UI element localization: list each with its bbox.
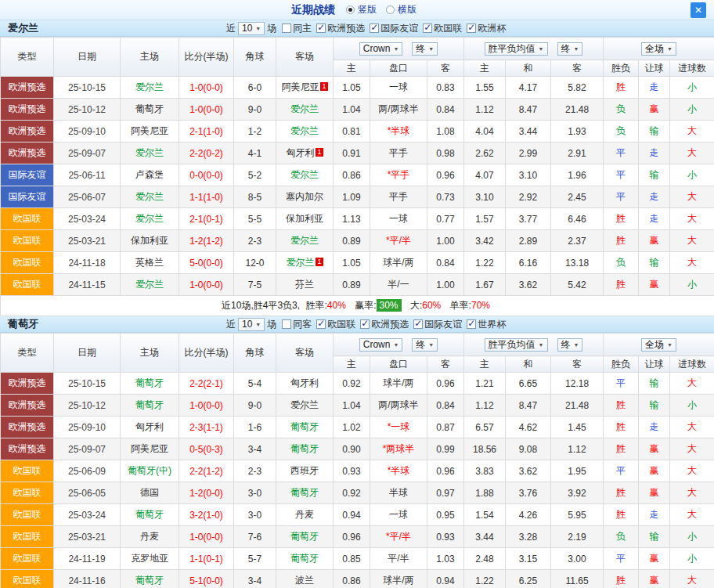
filter-item[interactable]: 国际友谊 [370,22,418,35]
away-team-cell: 波兰 [276,570,334,588]
odds-source-select[interactable]: Crown [359,42,403,56]
landscape-radio[interactable] [386,5,395,14]
corner-cell: 4-1 [234,142,276,164]
score-cell: 0-5(0-3) [179,438,234,460]
recent-results-panel: 近期战绩 竖版 横版 ✕ 爱尔兰 近 10 场 同主欧洲预选国际友谊欧国联欧洲杯… [0,0,714,588]
close-button[interactable]: ✕ [691,2,706,18]
col-avg-home: 主 [464,356,506,373]
filter-item[interactable]: 世界杯 [467,318,506,331]
avg-away-cell: 11.65 [551,570,604,588]
team-name: 匈牙利 [286,147,314,158]
checkbox-icon[interactable] [413,319,423,329]
corner-cell: 9-0 [234,395,276,417]
date-cell: 25-03-21 [54,230,121,252]
filter-item[interactable]: 欧国联 [423,22,462,35]
wdl-result-cell: 胜 [604,417,639,438]
filter-item[interactable]: 国际友谊 [413,318,462,331]
checkbox-icon[interactable] [467,23,476,33]
team-name: 保加利亚 [286,213,323,224]
avg-draw-cell: 4.26 [506,504,551,526]
avg-draw-cell: 4.17 [506,77,551,99]
checkbox-icon[interactable] [467,319,476,329]
team-name: 爱尔兰 [135,191,164,202]
col-odds-home: 主 [334,60,370,77]
date-cell: 25-10-15 [54,77,121,99]
league-cell: 欧洲预选 [1,438,54,460]
checkbox-icon[interactable] [282,319,291,329]
filter-label: 同主 [293,22,312,35]
portrait-radio-label[interactable]: 竖版 [358,3,377,16]
section-title: 爱尔兰 [8,21,38,35]
team-name: 葡萄牙 [135,377,164,388]
team-name: 爱尔兰 [135,213,164,224]
filter-item[interactable]: 欧国联 [316,318,355,331]
avg-home-cell: 18.56 [464,438,506,460]
col-avg-home: 主 [464,60,506,77]
avg-final-select[interactable]: 终 [557,338,583,352]
league-cell: 欧国联 [1,504,54,526]
avg-odds-select[interactable]: 胜平负均值 [485,338,548,352]
handicap-cell: *平手 [370,164,427,186]
checkbox-icon[interactable] [370,23,379,33]
checkbox-icon[interactable] [423,23,432,33]
handicap-result-cell: 赢 [639,438,670,460]
corner-cell: 8-5 [234,186,276,208]
filter-item[interactable]: 欧洲预选 [316,22,365,35]
checkbox-icon[interactable] [316,23,326,33]
avg-draw-cell: 3.62 [506,274,551,296]
score-cell: 0-0(0-0) [179,164,234,186]
avg-away-cell: 1.96 [551,164,604,186]
team-name: 卢森堡 [135,169,164,180]
filter-item[interactable]: 欧洲杯 [467,22,506,35]
wdl-result-cell: 胜 [604,482,639,504]
team-name: 爱尔兰 [135,81,164,92]
handicap-final-select[interactable]: 终 [412,338,438,352]
filter-label: 欧洲杯 [478,22,506,35]
avg-home-cell: 3.42 [464,230,506,252]
wdl-result-cell: 胜 [604,208,639,230]
home-team-cell: 匈牙利 [121,417,179,438]
score-cell: 5-0(0-0) [179,252,234,274]
date-cell: 25-03-24 [54,504,121,526]
recent-count-select[interactable]: 10 [238,22,265,35]
filter-item[interactable]: 同主 [282,22,312,35]
big-rate-value: 60% [422,300,441,311]
handicap-odds-group: Crown 终 [334,334,464,356]
avg-odds-select[interactable]: 胜平负均值 [485,42,548,56]
col-type: 类型 [1,334,54,373]
portrait-radio[interactable] [346,5,355,14]
away-odds-cell: 0.73 [427,186,464,208]
home-odds-cell: 1.13 [334,208,370,230]
home-odds-cell: 1.04 [334,395,370,417]
away-team-cell: 葡萄牙 [276,482,334,504]
filter-item[interactable]: 欧洲预选 [360,318,409,331]
date-cell: 25-09-07 [54,142,121,164]
score-cell: 1-2(1-2) [179,230,234,252]
home-odds-cell: 0.89 [334,230,370,252]
league-filters: 同主欧洲预选国际友谊欧国联欧洲杯 [282,22,510,35]
avg-final-select[interactable]: 终 [557,42,583,56]
handicap-final-select[interactable]: 终 [412,42,438,56]
section-title: 葡萄牙 [8,317,38,331]
home-team-cell: 保加利亚 [121,230,179,252]
match-row: 欧洲预选25-10-12葡萄牙1-0(0-0)9-0爱尔兰1.04两/两球半0.… [1,395,714,417]
checkbox-icon[interactable] [360,319,370,329]
filter-label: 欧国联 [327,318,355,331]
odds-source-select[interactable]: Crown [359,338,403,352]
away-team-cell: 爱尔兰 [276,99,334,121]
landscape-radio-label[interactable]: 横版 [398,3,416,16]
scope-select[interactable]: 全场 [641,338,676,352]
away-odds-cell: 0.95 [427,504,464,526]
filter-item[interactable]: 同客 [282,318,312,331]
handicap-cell: 一球 [370,208,427,230]
checkbox-icon[interactable] [316,319,326,329]
league-cell: 欧洲预选 [1,395,54,417]
recent-count-select[interactable]: 10 [238,318,265,331]
scope-select[interactable]: 全场 [641,42,676,56]
checkbox-icon[interactable] [282,23,291,33]
wdl-result-cell: 平 [604,164,639,186]
col-type: 类型 [1,38,54,77]
wdl-result-cell: 胜 [604,274,639,296]
handicap-cell: *半球 [370,121,427,142]
match-row: 欧国联25-06-05德国1-2(0-0)3-0葡萄牙0.92半球0.971.8… [1,482,714,504]
